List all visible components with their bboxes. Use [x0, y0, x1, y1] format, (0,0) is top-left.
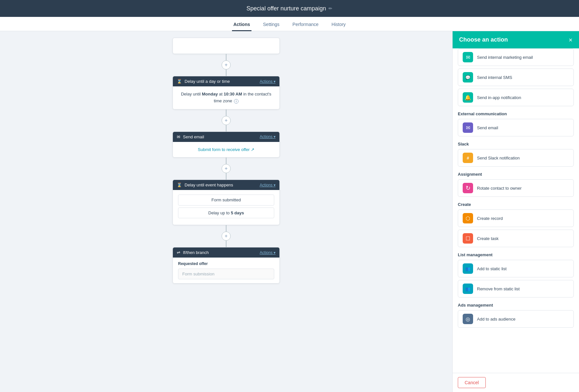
- send-email-card: ✉ Send email Actions ▾ Submit form to re…: [173, 132, 280, 158]
- top-placeholder-card: [173, 38, 280, 54]
- delay-text: Delay up to: [208, 210, 231, 215]
- add-step-button-4[interactable]: +: [222, 232, 231, 241]
- connector-line: [226, 241, 226, 247]
- delay-days-box: Delay up to 5 days: [178, 208, 274, 219]
- connector-line: [226, 125, 226, 132]
- info-icon[interactable]: i: [234, 99, 238, 104]
- send-internal-email-label: Send internal marketing email: [477, 55, 533, 60]
- send-email-title: Send email: [183, 134, 204, 139]
- delay-day-time-header: ⌛ Delay until a day or time Actions ▾: [173, 76, 279, 86]
- list-mgmt-label: List management: [458, 252, 574, 257]
- rotate-contact-icon: ↻: [463, 183, 473, 193]
- send-email-actions-btn[interactable]: Actions ▾: [260, 134, 276, 139]
- action-create-record[interactable]: ⬡ Create record: [458, 209, 574, 227]
- delay-day-time-body: Delay until Monday at 10:30 AM in the co…: [173, 86, 279, 109]
- delay-event-title: Delay until event happens: [185, 183, 233, 187]
- send-email-header: ✉ Send email Actions ▾: [173, 132, 279, 142]
- ifthen-branch-box: Form submission: [178, 269, 274, 279]
- panel-footer: Cancel: [453, 373, 579, 392]
- send-inapp-label: Send in-app notification: [477, 95, 521, 100]
- cancel-button[interactable]: Cancel: [458, 377, 486, 388]
- connector-line: [226, 70, 226, 76]
- delay-detail-text: Delay until Monday at 10:30 AM in the co…: [181, 92, 271, 103]
- header-left: ✉ Send email: [177, 134, 204, 139]
- connector-4: +: [222, 225, 231, 247]
- action-send-internal-email[interactable]: ✉ Send internal marketing email: [458, 48, 574, 66]
- close-panel-button[interactable]: ×: [569, 37, 573, 43]
- add-step-button-2[interactable]: +: [222, 116, 231, 125]
- form-submission-placeholder: Form submission: [182, 272, 214, 276]
- connector-line: [226, 173, 226, 180]
- action-send-inapp[interactable]: 🔔 Send in-app notification: [458, 89, 574, 106]
- external-comm-label: External communication: [458, 111, 574, 116]
- add-ads-label: Add to ads audience: [477, 317, 516, 322]
- external-link-icon: ↗: [251, 146, 254, 153]
- delay-day-time-title: Delay until a day or time: [185, 79, 230, 84]
- submit-form-link[interactable]: Submit form to receive offer ↗: [178, 146, 274, 153]
- add-static-list-label: Add to static list: [477, 266, 507, 271]
- connector-line: [226, 225, 226, 232]
- main-layout: + ⌛ Delay until a day or time Actions ▾ …: [0, 31, 579, 392]
- ifthen-icon: ⇌: [177, 250, 180, 255]
- panel-body: ✉ Send internal marketing email 💬 Send i…: [453, 48, 579, 373]
- create-record-label: Create record: [477, 216, 503, 221]
- form-submitted-box: Form submitted: [178, 195, 274, 206]
- ifthen-title: If/then branch: [183, 250, 209, 255]
- right-panel: Choose an action × ✉ Send internal marke…: [452, 31, 579, 392]
- tab-bar: Actions Settings Performance History: [0, 17, 579, 31]
- assignment-label: Assignment: [458, 172, 574, 177]
- add-step-button-3[interactable]: +: [222, 164, 231, 173]
- create-section: Create ⬡ Create record ☐ Create task: [458, 202, 574, 247]
- send-slack-label: Send Slack notification: [477, 156, 520, 160]
- delay-value: 5 days: [231, 210, 244, 215]
- ifthen-body: Requested offer Form submission: [173, 258, 279, 283]
- panel-title: Choose an action: [459, 36, 508, 43]
- connector-line: [226, 158, 226, 164]
- ifthen-branch-label: Requested offer: [178, 261, 274, 266]
- delay-event-header: ⌛ Delay until event happens Actions ▾: [173, 180, 279, 190]
- ifthen-actions-btn[interactable]: Actions ▾: [260, 250, 276, 255]
- connector-line: [226, 109, 226, 116]
- send-internal-sms-label: Send internal SMS: [477, 75, 512, 80]
- action-create-task[interactable]: ☐ Create task: [458, 230, 574, 247]
- add-static-list-icon: 👥: [463, 263, 473, 274]
- delay-day-time-card: ⌛ Delay until a day or time Actions ▾ De…: [173, 76, 280, 109]
- action-remove-static-list[interactable]: 👥 Remove from static list: [458, 280, 574, 297]
- add-step-button-1[interactable]: +: [222, 60, 231, 70]
- header-left: ⇌ If/then branch: [177, 250, 209, 255]
- tab-performance[interactable]: Performance: [291, 19, 320, 31]
- tab-history[interactable]: History: [330, 19, 347, 31]
- slack-section: Slack # Send Slack notification: [458, 142, 574, 167]
- delay-event-card: ⌛ Delay until event happens Actions ▾ Fo…: [173, 180, 280, 225]
- tab-actions[interactable]: Actions: [232, 19, 251, 31]
- panel-header: Choose an action ×: [453, 31, 579, 48]
- send-internal-sms-icon: 💬: [463, 72, 473, 82]
- create-task-icon: ☐: [463, 233, 473, 244]
- send-internal-email-icon: ✉: [463, 52, 473, 62]
- workflow-canvas: + ⌛ Delay until a day or time Actions ▾ …: [0, 31, 452, 392]
- remove-static-list-label: Remove from static list: [477, 286, 520, 291]
- ads-mgmt-section: Ads management ◎ Add to ads audience: [458, 303, 574, 328]
- tab-settings[interactable]: Settings: [262, 19, 281, 31]
- email-icon: ✉: [177, 134, 180, 139]
- assignment-section: Assignment ↻ Rotate contact to owner: [458, 172, 574, 197]
- delay-day-time-actions-btn[interactable]: Actions ▾: [260, 79, 276, 84]
- edit-icon[interactable]: ✏: [328, 6, 332, 11]
- connector-line: [226, 54, 226, 60]
- action-add-static-list[interactable]: 👥 Add to static list: [458, 260, 574, 277]
- top-bar: Special offer nurture campaign ✏: [0, 0, 579, 17]
- action-send-internal-sms[interactable]: 💬 Send internal SMS: [458, 69, 574, 86]
- delay-event-actions-btn[interactable]: Actions ▾: [260, 183, 276, 187]
- send-email-icon: ✉: [463, 122, 473, 133]
- workflow-title-group: Special offer nurture campaign ✏: [247, 5, 333, 12]
- action-rotate-contact[interactable]: ↻ Rotate contact to owner: [458, 179, 574, 197]
- action-add-ads-audience[interactable]: ◎ Add to ads audience: [458, 310, 574, 328]
- rotate-contact-label: Rotate contact to owner: [477, 186, 521, 191]
- header-left: ⌛ Delay until a day or time: [177, 79, 230, 84]
- delay-event-body: Form submitted Delay up to 5 days: [173, 190, 279, 225]
- action-send-slack[interactable]: # Send Slack notification: [458, 149, 574, 167]
- add-ads-icon: ◎: [463, 314, 473, 324]
- action-send-email[interactable]: ✉ Send email: [458, 119, 574, 136]
- ifthen-header: ⇌ If/then branch Actions ▾: [173, 247, 279, 258]
- workflow-container: + ⌛ Delay until a day or time Actions ▾ …: [119, 38, 333, 284]
